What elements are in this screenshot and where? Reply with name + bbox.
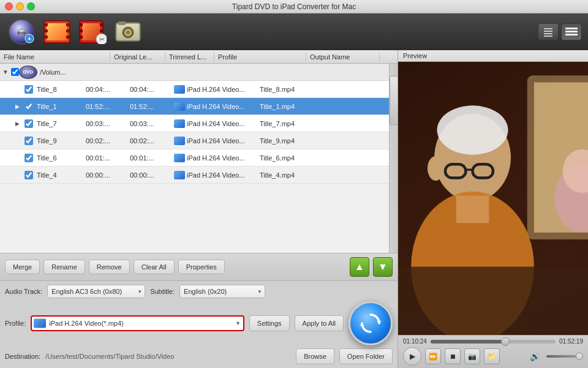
progress-thumb[interactable]	[501, 337, 510, 346]
convert-button[interactable]	[349, 301, 393, 345]
svg-text:+: +	[28, 36, 31, 42]
browse-button[interactable]: Browse	[296, 348, 334, 364]
table-row[interactable]: Title_4 00:00:... 00:00:... iPad H.264 V…	[0, 167, 389, 184]
cell-trimmed: 01:52:...	[130, 103, 174, 110]
profile-thumb-icon	[174, 119, 185, 128]
view-buttons	[538, 23, 582, 40]
svg-rect-11	[44, 36, 48, 39]
cell-trimmed: 00:01:...	[130, 154, 174, 162]
row-checkbox[interactable]	[24, 137, 33, 145]
settings-button[interactable]: Settings	[249, 315, 290, 331]
maximize-button[interactable]	[27, 2, 35, 10]
audio-track-select[interactable]: English AC3 6ch (0x80)	[47, 285, 145, 298]
snapshot-button[interactable]	[113, 17, 143, 47]
cell-original: 00:01:...	[86, 154, 130, 162]
svg-rect-51	[398, 267, 588, 336]
svg-rect-9	[44, 29, 48, 32]
cell-original: 01:52:...	[86, 103, 130, 110]
scroll-thumb[interactable]	[390, 76, 398, 125]
cell-original: 00:04:...	[86, 86, 130, 93]
list-view-button[interactable]	[538, 23, 559, 40]
row-checkbox[interactable]	[24, 119, 33, 128]
stop-button[interactable]: ⏹	[445, 348, 461, 364]
group-toggle[interactable]: ▼	[2, 69, 9, 75]
volume-fill	[546, 355, 578, 358]
play-button[interactable]	[12, 170, 22, 180]
cell-profile: iPad H.264 Video...	[174, 137, 260, 145]
destination-path: /Users/test/Documents/Tipard Studio/Vide…	[45, 353, 291, 360]
play-button[interactable]: ▶	[12, 102, 22, 111]
move-up-button[interactable]: ▲	[350, 257, 369, 277]
play-button[interactable]	[12, 136, 22, 146]
table-row[interactable]: Title_8 00:04:... 00:04:... iPad H.264 V…	[0, 81, 389, 98]
total-time: 01:52:19	[559, 338, 583, 345]
table-row[interactable]: Title_9 00:02:... 00:02:... iPad H.264 V…	[0, 132, 389, 149]
move-down-button[interactable]: ▼	[373, 257, 393, 277]
cell-profile: iPad H.264 Video...	[174, 154, 260, 162]
load-dvd-button[interactable]: DVD +	[6, 17, 37, 47]
settings-area: Audio Track: English AC3 6ch (0x80) Subt…	[0, 280, 398, 368]
row-checkbox[interactable]	[24, 102, 33, 111]
profile-select-container: iPad H.264 Video(*.mp4) ▼	[31, 315, 244, 331]
svg-rect-17	[80, 29, 83, 32]
volume-thumb[interactable]	[576, 353, 583, 360]
play-button[interactable]: ▶	[12, 119, 22, 129]
merge-button[interactable]: Merge	[5, 260, 40, 274]
profile-row: Profile: iPad H.264 Video(*.mp4) ▼ Setti…	[5, 301, 393, 345]
play-button[interactable]	[12, 84, 22, 94]
play-pause-button[interactable]: ▶	[403, 347, 421, 366]
svg-text:✂: ✂	[99, 36, 105, 43]
scrollbar[interactable]	[389, 64, 398, 253]
rename-button[interactable]: Rename	[43, 260, 85, 274]
volume-slider[interactable]	[546, 355, 583, 358]
preview-video	[398, 62, 588, 335]
row-checkbox[interactable]	[24, 154, 33, 162]
file-list-body[interactable]: ▼ DVD /Volum... Title_8 00:04:... 00:04:…	[0, 64, 389, 239]
remove-button[interactable]: Remove	[89, 260, 130, 274]
cell-trimmed: 00:00:...	[130, 171, 174, 179]
edit-video-button[interactable]: ✂	[77, 17, 108, 47]
play-button[interactable]	[12, 153, 22, 163]
fast-forward-button[interactable]: ⏩	[425, 348, 441, 364]
clear-all-button[interactable]: Clear All	[134, 260, 175, 274]
progress-bar[interactable]	[431, 340, 556, 344]
svg-rect-7	[44, 23, 48, 26]
svg-rect-16	[100, 23, 103, 26]
folder-button[interactable]: 📁	[484, 348, 500, 364]
group-row[interactable]: ▼ DVD /Volum...	[0, 64, 389, 81]
col-header-original: Original Le...	[110, 52, 165, 62]
profile-select[interactable]: iPad H.264 Video(*.mp4)	[31, 315, 244, 331]
properties-button[interactable]: Properties	[178, 260, 225, 274]
close-button[interactable]	[5, 2, 13, 10]
camera-button[interactable]: 📷	[464, 348, 480, 364]
svg-rect-19	[80, 36, 83, 39]
table-row[interactable]: Title_6 00:01:... 00:01:... iPad H.264 V…	[0, 149, 389, 167]
left-panel: File Name Original Le... Trimmed L... Pr…	[0, 50, 398, 368]
load-video-button[interactable]	[42, 17, 72, 47]
subtitle-label: Subtitle:	[150, 288, 175, 295]
convert-icon	[360, 312, 382, 334]
col-header-trimmed: Trimmed L...	[165, 52, 214, 62]
group-checkbox[interactable]	[11, 68, 19, 76]
row-checkbox[interactable]	[24, 171, 33, 179]
table-row[interactable]: ▶ Title_7 00:03:... 00:03:... iPad H.264…	[0, 115, 389, 132]
svg-rect-15	[80, 23, 83, 26]
open-folder-button[interactable]: Open Folder	[339, 348, 393, 364]
col-header-output: Output Name	[306, 52, 380, 62]
traffic-lights	[5, 2, 35, 10]
svg-rect-48	[456, 196, 489, 223]
right-panel: Preview	[398, 50, 588, 368]
detail-view-button[interactable]	[561, 23, 582, 40]
cell-output: Title_8.mp4	[260, 86, 321, 93]
subtitle-select[interactable]: English (0x20)	[179, 285, 265, 298]
svg-rect-25	[118, 21, 126, 25]
table-row[interactable]: ▶ Title_1 01:52:... 01:52:... iPad H.264…	[0, 98, 389, 115]
row-checkbox[interactable]	[24, 85, 33, 94]
current-time: 01:10:24	[403, 338, 427, 345]
minimize-button[interactable]	[16, 2, 24, 10]
svg-rect-18	[100, 29, 103, 32]
audio-track-label: Audio Track:	[5, 288, 42, 295]
apply-to-all-button[interactable]: Apply to All	[295, 315, 344, 331]
cell-profile: iPad H.264 Video...	[174, 119, 260, 128]
col-header-profile: Profile	[214, 52, 306, 62]
